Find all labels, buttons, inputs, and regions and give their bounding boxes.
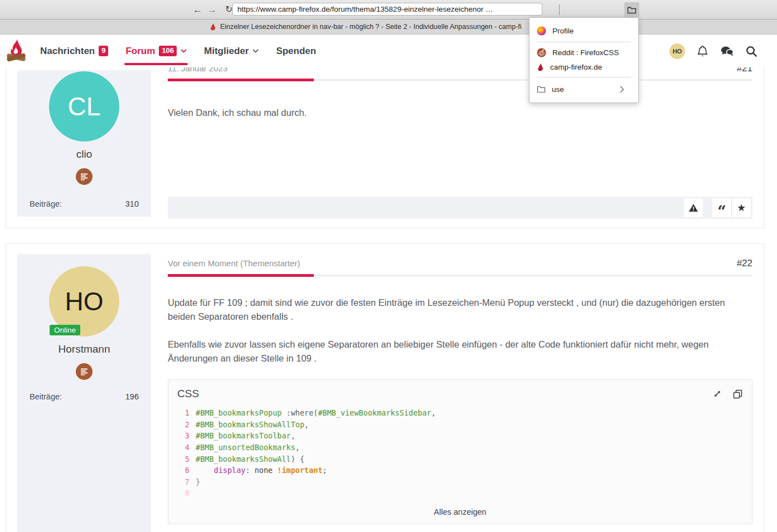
code-line: 3#BMB_bookmarksToolbar, xyxy=(177,430,752,442)
chevron-right-icon xyxy=(620,86,624,93)
header-actions: HO xyxy=(669,35,757,67)
post-paragraph: Vielen Dank, ich schau mal durch. xyxy=(168,106,752,120)
forum-count-badge: 106 xyxy=(159,46,177,56)
menu-item-camp-firefox[interactable]: camp-firefox.de xyxy=(530,60,638,74)
post-count-value: 196 xyxy=(125,392,139,401)
post-count-label: Beiträge: xyxy=(30,199,62,208)
show-all-button[interactable]: Alles anzeigen xyxy=(168,507,752,516)
nav-label: Nachrichten xyxy=(40,46,95,57)
bookmarks-dropdown-menu: Profile Reddit : FirefoxCSS camp-firefox… xyxy=(529,17,639,103)
post-divider xyxy=(168,79,752,81)
nav-label: Spenden xyxy=(276,46,316,57)
firefox-icon xyxy=(537,26,546,36)
chevron-down-icon xyxy=(252,49,259,53)
post-paragraph: Ebenfalls wie zuvor lassen sich eigene S… xyxy=(168,338,752,365)
author-panel: HO Online Horstmann Beiträge: 196 xyxy=(17,254,151,532)
chevron-down-icon xyxy=(181,49,187,53)
nav-item-nachrichten[interactable]: Nachrichten 9 xyxy=(40,35,108,67)
menu-item-label: Profile xyxy=(552,27,574,35)
code-line: 6 display: none !important; xyxy=(177,465,752,476)
text-lines-icon xyxy=(80,367,89,376)
post-date[interactable]: Vor einem Moment (Themenstarter) xyxy=(168,258,300,268)
url-bar[interactable]: https://www.camp-firefox.de/forum/thema/… xyxy=(232,3,542,16)
page-title-bar: Einzelner Lesezeichenordner in nav-bar -… xyxy=(0,19,777,35)
nav-item-forum[interactable]: Forum 106 xyxy=(125,35,187,67)
post-divider xyxy=(168,274,752,277)
post-paragraph: Update für FF 109 ; damit sind wie zuvor… xyxy=(168,296,752,324)
notifications-bell-icon[interactable] xyxy=(696,45,709,57)
user-avatar[interactable]: HO xyxy=(669,43,685,59)
folder-icon xyxy=(627,6,637,14)
expand-icon[interactable] xyxy=(712,389,722,399)
main-nav: Nachrichten 9 Forum 106 Mitglieder Spend… xyxy=(40,35,316,67)
quote-button[interactable]: “ xyxy=(712,198,731,217)
star-icon: ★ xyxy=(737,203,746,213)
posts-badge-icon[interactable] xyxy=(76,363,93,380)
campfire-logo[interactable] xyxy=(4,38,28,65)
copy-icon[interactable] xyxy=(732,389,743,399)
menu-divider xyxy=(537,42,631,42)
post-count-label: Beiträge: xyxy=(30,392,62,401)
nachrichten-count-badge: 9 xyxy=(99,46,108,56)
browser-toolbar: ← → ↻ https://www.camp-firefox.de/forum/… xyxy=(0,0,777,19)
flame-icon xyxy=(210,23,216,31)
user-initials: HO xyxy=(673,48,682,55)
menu-item-use-folder[interactable]: use xyxy=(530,80,638,98)
code-line: 7} xyxy=(177,476,752,488)
menu-item-label: Reddit : FirefoxCSS xyxy=(552,48,619,57)
folder-icon xyxy=(537,85,546,93)
avatar-initials: CL xyxy=(68,91,101,121)
reddit-icon xyxy=(537,48,546,57)
reload-icon[interactable]: ↻ xyxy=(225,5,232,14)
menu-item-profile[interactable]: Profile xyxy=(530,22,638,39)
code-line: 8 xyxy=(177,487,752,499)
post-action-bar: “ ★ xyxy=(168,197,752,219)
warning-icon xyxy=(688,203,698,212)
menu-divider xyxy=(537,77,631,77)
post-number[interactable]: #22 xyxy=(737,258,752,269)
nav-item-spenden[interactable]: Spenden xyxy=(276,35,316,67)
code-lines: 1#BMB_bookmarksPopup :where(#BMB_viewBoo… xyxy=(168,407,752,499)
author-name[interactable]: clio xyxy=(76,148,93,160)
post-count-row: Beiträge: 196 xyxy=(17,392,151,401)
author-panel: CL clio Beiträge: 310 xyxy=(17,70,151,217)
toolbar-separator xyxy=(559,4,560,15)
post-body: Vor einem Moment (Themenstarter) #22 Upd… xyxy=(168,244,752,532)
avatar-initials: HO xyxy=(65,286,104,316)
nav-item-mitglieder[interactable]: Mitglieder xyxy=(204,35,259,67)
bookmarks-folder-button[interactable] xyxy=(624,2,639,17)
avatar[interactable]: CL xyxy=(49,71,119,141)
code-block: CSS 1#BMB_bookmarksPopup :where(#BMB_vie… xyxy=(168,379,752,524)
post-22: HO Online Horstmann Beiträge: 196 Vor ei… xyxy=(6,243,764,532)
flame-icon xyxy=(537,63,544,71)
star-button[interactable]: ★ xyxy=(731,198,751,217)
forward-button[interactable]: → xyxy=(207,5,217,14)
site-header: Nachrichten 9 Forum 106 Mitglieder Spend… xyxy=(0,35,777,67)
nav-label: Mitglieder xyxy=(204,46,249,57)
code-line: 4#BMB_unsortedBookmarks, xyxy=(177,442,752,453)
report-button[interactable] xyxy=(684,198,703,217)
url-text: https://www.camp-firefox.de/forum/thema/… xyxy=(237,5,493,13)
post-count-value: 310 xyxy=(125,199,139,208)
search-icon[interactable] xyxy=(745,45,757,57)
menu-item-reddit-firefoxcss[interactable]: Reddit : FirefoxCSS xyxy=(530,45,638,60)
text-lines-icon xyxy=(80,172,89,181)
post-count-row: Beiträge: 310 xyxy=(17,199,151,208)
menu-item-label: camp-firefox.de xyxy=(550,63,602,71)
online-badge: Online xyxy=(50,325,80,335)
page-title: Einzelner Lesezeichenordner in nav-bar -… xyxy=(220,23,522,31)
menu-item-label: use xyxy=(552,85,564,94)
nav-label: Forum xyxy=(125,46,155,57)
back-button[interactable]: ← xyxy=(193,5,202,14)
chat-icon[interactable] xyxy=(720,45,734,57)
code-language-label: CSS xyxy=(177,388,199,400)
code-line: 2#BMB_bookmarksShowAllTop, xyxy=(177,419,752,431)
code-line: 5#BMB_bookmarksShowAll) { xyxy=(177,453,752,465)
author-name[interactable]: Horstmann xyxy=(59,343,110,355)
posts-badge-icon[interactable] xyxy=(76,168,93,185)
code-line: 1#BMB_bookmarksPopup :where(#BMB_viewBoo… xyxy=(177,407,752,419)
